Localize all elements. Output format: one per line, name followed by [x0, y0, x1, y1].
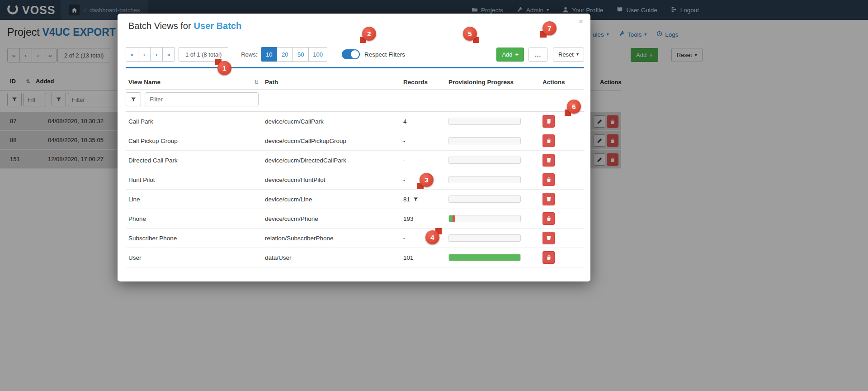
progress-green-segment: [449, 254, 520, 261]
progress-green-segment: [449, 215, 453, 222]
trash-icon: [546, 235, 552, 241]
modal-filter-row: [126, 92, 259, 106]
records-cell: -: [403, 176, 406, 183]
callout-badge-1: 1: [217, 61, 231, 75]
view-name-column-header[interactable]: View Name ⇅: [126, 79, 265, 86]
provisioning-progress-bar: [448, 118, 521, 125]
view-name-cell: Hunt Pilot: [128, 176, 155, 183]
trash-icon: [546, 216, 552, 221]
delete-button[interactable]: [542, 134, 555, 147]
respect-filters-control: Respect Filters: [342, 49, 405, 59]
provisioning-progress-bar: [448, 137, 521, 144]
table-row[interactable]: Call Pickup Group device/cucm/CallPickup…: [126, 131, 584, 151]
provisioning-progress-bar: [448, 215, 521, 222]
records-filter-icon[interactable]: [413, 197, 418, 202]
add-label: Add: [502, 51, 512, 58]
modal-table-body: Call Park device/cucm/CallPark 4 Call Pi…: [126, 111, 584, 267]
table-row[interactable]: Call Park device/cucm/CallPark 4: [126, 112, 584, 131]
delete-button[interactable]: [542, 251, 555, 264]
last-page-button[interactable]: »: [162, 47, 175, 62]
provisioning-progress-bar: [448, 234, 521, 242]
delete-button[interactable]: [542, 115, 555, 128]
view-name-header-label: View Name: [128, 79, 160, 86]
delete-button[interactable]: [542, 193, 555, 205]
rows-option-20[interactable]: 20: [277, 47, 293, 62]
table-row[interactable]: Hunt Pilot device/cucm/HuntPilot -: [126, 170, 584, 190]
trash-icon: [546, 255, 552, 260]
add-button[interactable]: Add +: [496, 48, 524, 62]
trash-icon: [546, 119, 552, 124]
trash-icon: [546, 196, 552, 202]
accent-divider: [126, 67, 584, 68]
rows-option-10[interactable]: 10: [261, 47, 277, 62]
callout-number: 2: [362, 27, 376, 41]
table-row[interactable]: Phone device/cucm/Phone 193: [126, 209, 584, 229]
screen: VOSS / dashboard-batches Projects Admin …: [0, 0, 868, 391]
path-cell: device/cucm/CallPark: [265, 118, 403, 125]
path-column-header: Path: [265, 79, 403, 86]
path-cell: data/User: [265, 254, 403, 261]
records-cell: 4: [403, 118, 407, 125]
view-name-cell: Call Park: [128, 118, 153, 125]
trash-icon: [546, 138, 552, 143]
more-options-button[interactable]: ...: [528, 48, 547, 62]
callout-badge-3: 3: [420, 173, 434, 187]
callout-badge-4: 4: [425, 230, 439, 244]
reset-button[interactable]: Reset ▾: [553, 48, 584, 62]
delete-button[interactable]: [542, 232, 555, 244]
table-row[interactable]: Subscriber Phone relation/SubscriberPhon…: [126, 229, 584, 248]
close-icon[interactable]: ×: [579, 17, 583, 26]
table-row[interactable]: User data/User 101: [126, 248, 584, 267]
prev-page-button[interactable]: ‹: [138, 47, 151, 62]
next-page-button[interactable]: ›: [150, 47, 163, 62]
first-page-button[interactable]: «: [126, 47, 138, 62]
modal-table-header: View Name ⇅ Path Records Provisioning Pr…: [126, 75, 584, 90]
plus-icon: +: [515, 51, 519, 58]
view-name-cell: User: [128, 254, 142, 261]
path-cell: relation/SubscriberPhone: [265, 235, 403, 242]
rows-option-50[interactable]: 50: [292, 47, 309, 62]
records-cell: -: [403, 157, 406, 164]
table-row[interactable]: Directed Call Park device/cucm/DirectedC…: [126, 151, 584, 170]
provisioning-progress-bar: [448, 196, 521, 203]
provisioning-progress-bar: [448, 157, 521, 164]
sort-icon[interactable]: ⇅: [254, 79, 259, 86]
trash-icon: [546, 177, 552, 182]
delete-button[interactable]: [542, 212, 555, 225]
modal-toolbar: « ‹ › » 1 of 1 (8 total) Rows: 10 20 50 …: [126, 47, 584, 62]
path-cell: device/cucm/Phone: [265, 215, 403, 222]
respect-filters-toggle[interactable]: [342, 49, 360, 59]
view-name-cell: Phone: [128, 215, 146, 222]
view-name-filter-input[interactable]: [145, 92, 259, 106]
modal-title: Batch Views forUser Batch: [128, 21, 241, 31]
batch-views-modal: Batch Views forUser Batch × « ‹ › » 1 of…: [118, 14, 590, 281]
records-cell: -: [403, 138, 406, 144]
table-row[interactable]: Line device/cucm/Line 81: [126, 190, 584, 209]
toggle-knob: [351, 50, 359, 58]
callout-badge-6: 6: [567, 100, 581, 114]
actions-column-header: Actions: [542, 79, 584, 86]
reset-label: Reset: [558, 51, 574, 58]
callout-number: 4: [425, 230, 439, 244]
rows-per-page-label: Rows:: [241, 51, 257, 58]
callout-number: 5: [463, 27, 477, 41]
callout-badge-7: 7: [542, 21, 557, 35]
modal-title-name: User Batch: [194, 21, 242, 31]
rows-option-100[interactable]: 100: [308, 47, 327, 62]
delete-button[interactable]: [542, 173, 555, 186]
respect-filters-label: Respect Filters: [364, 51, 405, 58]
delete-button[interactable]: [542, 154, 555, 167]
records-cell: -: [403, 235, 406, 242]
path-cell: device/cucm/HuntPilot: [265, 176, 403, 183]
provisioning-progress-bar: [448, 176, 521, 183]
callout-number: 6: [567, 100, 581, 114]
records-cell: 193: [403, 215, 414, 222]
records-cell: 81: [403, 196, 410, 203]
filter-button[interactable]: [126, 92, 141, 106]
trash-icon: [546, 157, 552, 163]
path-cell: device/cucm/CallPickupGroup: [265, 138, 403, 144]
callout-number: 7: [542, 21, 557, 35]
modal-title-prefix: Batch Views for: [128, 21, 191, 31]
view-name-cell: Directed Call Park: [128, 157, 178, 164]
view-name-cell: Call Pickup Group: [128, 138, 178, 144]
